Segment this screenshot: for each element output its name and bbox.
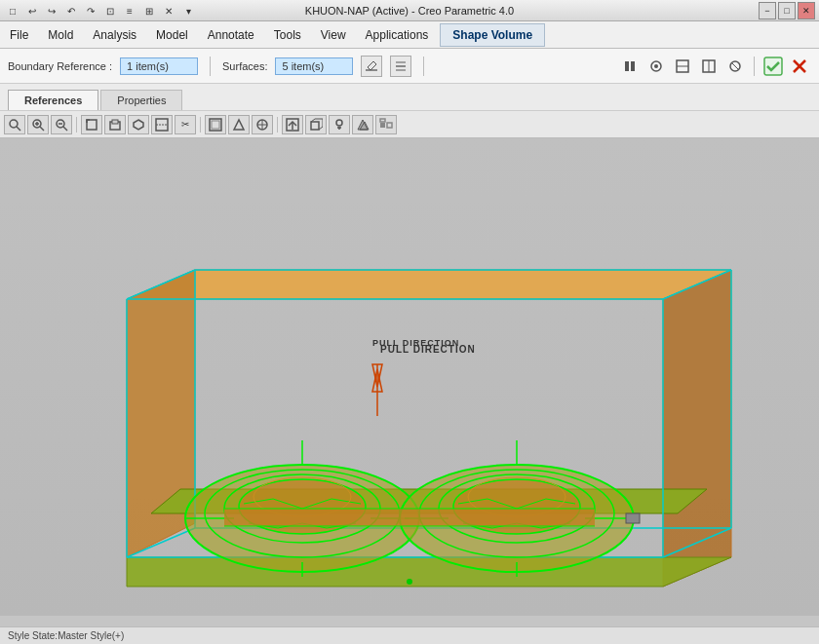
view-sep3: [277, 117, 278, 133]
view3-btn[interactable]: [128, 115, 149, 134]
quick-access-toolbar[interactable]: □ ↩ ↪ ↶ ↷ ⊡ ≡ ⊞ ✕ ▾: [0, 0, 201, 21]
svg-line-24: [63, 127, 67, 131]
menu-file[interactable]: File: [0, 21, 38, 48]
3d-viewport[interactable]: PULL DIRECTION PULL DIRECTION: [0, 138, 819, 626]
refit-btn[interactable]: [81, 115, 102, 134]
menu-bar: File Mold Analysis Model Annotate Tools …: [0, 21, 819, 49]
status-bar: Style State:Master Style(+): [0, 626, 819, 644]
panel-tabs: References Properties: [0, 84, 819, 111]
boundary-label: Boundary Reference :: [8, 60, 112, 72]
svg-rect-26: [87, 120, 97, 130]
svg-point-7: [654, 64, 658, 68]
new-btn[interactable]: □: [4, 2, 21, 19]
display1-btn[interactable]: [205, 115, 226, 134]
tool3-btn[interactable]: [723, 55, 747, 78]
confirm-btn[interactable]: [761, 55, 785, 78]
menu-tools[interactable]: Tools: [264, 21, 311, 48]
svg-rect-14: [764, 57, 782, 75]
svg-line-20: [40, 127, 44, 131]
dropdown-arrow[interactable]: ▾: [179, 2, 197, 19]
separator2: [423, 57, 424, 76]
separator3: [754, 57, 755, 76]
zoom-in-btn[interactable]: [27, 115, 49, 134]
svg-text:PULL DIRECTION: PULL DIRECTION: [380, 344, 476, 355]
svg-rect-86: [224, 509, 595, 526]
orient-btn[interactable]: [252, 115, 273, 134]
svg-point-93: [407, 579, 412, 585]
svg-marker-49: [663, 270, 731, 587]
svg-rect-45: [387, 123, 392, 128]
feature-controls: [618, 55, 811, 78]
menu-mold[interactable]: Mold: [38, 21, 83, 48]
svg-rect-5: [631, 61, 635, 71]
edit-surfaces-btn[interactable]: [361, 56, 382, 77]
svg-rect-46: [380, 119, 385, 122]
open-btn[interactable]: ↩: [23, 2, 41, 19]
menu-model[interactable]: Model: [146, 21, 198, 48]
menu-applications[interactable]: Applications: [356, 21, 439, 48]
light-btn[interactable]: [329, 115, 350, 134]
svg-marker-48: [127, 270, 731, 299]
svg-rect-38: [311, 122, 319, 130]
svg-line-18: [17, 127, 20, 131]
title-text: KHUON-NAP (Active) - Creo Parametric 4.0: [305, 5, 514, 17]
options-btn[interactable]: [644, 55, 668, 78]
minimize-btn[interactable]: −: [759, 2, 776, 19]
maximize-btn[interactable]: □: [778, 2, 796, 19]
section-btn[interactable]: [151, 115, 173, 134]
menu-analysis[interactable]: Analysis: [83, 21, 146, 48]
svg-rect-4: [625, 61, 629, 71]
window-zoom-btn[interactable]: [104, 115, 126, 134]
status-text: Style State:Master Style(+): [8, 630, 124, 641]
svg-point-39: [336, 120, 342, 126]
boundary-input[interactable]: 1 item(s): [120, 57, 198, 75]
main-content: ✂: [0, 111, 819, 644]
tool1-btn[interactable]: [671, 55, 694, 78]
surfaces-label: Surfaces:: [222, 60, 267, 72]
tool2-btn[interactable]: [697, 55, 721, 78]
save-btn[interactable]: ↪: [43, 2, 60, 19]
svg-rect-28: [112, 120, 118, 124]
menu-annotate[interactable]: Annotate: [198, 21, 264, 48]
svg-marker-51: [127, 557, 731, 587]
view-sep2: [200, 117, 201, 133]
svg-line-13: [731, 62, 739, 70]
scene-svg: PULL DIRECTION: [0, 138, 819, 616]
menu-view[interactable]: View: [311, 21, 356, 48]
perspective-btn[interactable]: [305, 115, 327, 134]
tab-properties[interactable]: Properties: [100, 90, 182, 110]
redo-btn[interactable]: ↷: [82, 2, 99, 19]
display2-btn[interactable]: [228, 115, 250, 134]
remove-surfaces-btn[interactable]: [390, 56, 411, 77]
undo-btn[interactable]: ↶: [62, 2, 80, 19]
surfaces-input[interactable]: 5 item(s): [275, 57, 353, 75]
cancel-btn[interactable]: [788, 55, 811, 78]
svg-rect-44: [380, 123, 385, 128]
tab-references[interactable]: References: [8, 90, 98, 110]
tab-shape-volume[interactable]: Shape Volume: [440, 23, 545, 47]
view-sep1: [76, 117, 77, 133]
tb2[interactable]: ≡: [121, 2, 138, 19]
save-view-btn[interactable]: [282, 115, 303, 134]
render-btn[interactable]: [352, 115, 373, 134]
close-btn[interactable]: ✕: [798, 2, 815, 19]
tb4[interactable]: ✕: [160, 2, 177, 19]
zoom-fit-btn[interactable]: [4, 115, 25, 134]
zoom-out-btn[interactable]: [51, 115, 72, 134]
separator: [210, 57, 211, 76]
view-toolbar: ✂: [0, 111, 819, 138]
extra-btn[interactable]: [375, 115, 397, 134]
tb1[interactable]: ⊡: [101, 2, 119, 19]
clip-btn[interactable]: ✂: [175, 115, 196, 134]
pause-btn[interactable]: [618, 55, 642, 78]
svg-point-17: [10, 120, 18, 128]
window-controls[interactable]: − □ ✕: [759, 2, 815, 19]
svg-rect-85: [626, 513, 640, 523]
tb3[interactable]: ⊞: [140, 2, 158, 19]
feature-toolbar: Boundary Reference : 1 item(s) Surfaces:…: [0, 49, 819, 84]
